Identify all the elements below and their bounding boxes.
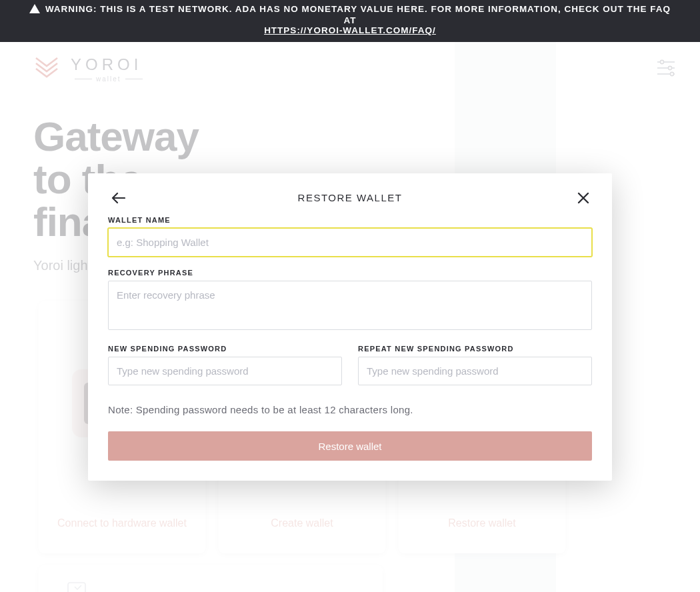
test-network-banner: WARNING: THIS IS A TEST NETWORK. ADA HAS… (0, 0, 700, 42)
restore-wallet-modal: RESTORE WALLET WALLET NAME RECOVERY PHRA… (88, 173, 612, 481)
modal-title: RESTORE WALLET (298, 192, 403, 203)
banner-text: WARNING: THIS IS A TEST NETWORK. ADA HAS… (45, 4, 671, 25)
faq-link[interactable]: HTTPS://YOROI-WALLET.COM/FAQ/ (264, 25, 436, 35)
restore-wallet-button[interactable]: Restore wallet (108, 431, 592, 461)
repeat-password-input[interactable] (358, 357, 592, 385)
password-note: Note: Spending password needs to be at l… (108, 404, 592, 415)
new-password-input[interactable] (108, 357, 342, 385)
wallet-name-input[interactable] (108, 228, 592, 257)
recovery-phrase-input[interactable] (108, 281, 592, 330)
back-button[interactable] (108, 189, 128, 209)
wallet-name-label: WALLET NAME (108, 216, 592, 224)
modal-overlay: RESTORE WALLET WALLET NAME RECOVERY PHRA… (0, 42, 700, 592)
recovery-phrase-label: RECOVERY PHRASE (108, 269, 592, 277)
warning-icon (29, 4, 40, 15)
close-button[interactable] (575, 189, 592, 209)
repeat-password-label: REPEAT NEW SPENDING PASSWORD (358, 345, 592, 353)
new-password-label: NEW SPENDING PASSWORD (108, 345, 342, 353)
